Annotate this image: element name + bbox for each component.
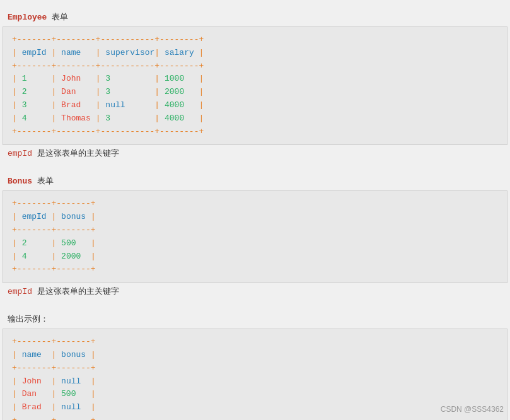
employee-note-keyword: empId bbox=[8, 149, 32, 158]
bonus-keyword: Bonus bbox=[8, 177, 32, 186]
employee-title: Employee 表单 bbox=[0, 6, 510, 26]
employee-section: Employee 表单 +-------+--------+----------… bbox=[0, 6, 510, 164]
bonus-table-pre: +-------+-------+ | empId | bonus | +---… bbox=[12, 197, 498, 276]
employee-table-pre: +-------+--------+-----------+--------+ … bbox=[12, 33, 498, 138]
bonus-table: +-------+-------+ | empId | bonus | +---… bbox=[3, 190, 507, 283]
output-table-pre: +-------+-------+ | name | bonus | +----… bbox=[12, 335, 498, 420]
output-section: 输出示例： +-------+-------+ | name | bonus |… bbox=[0, 308, 510, 420]
employee-keyword: Employee bbox=[8, 13, 47, 22]
watermark: CSDN @SSS4362 bbox=[441, 405, 504, 414]
bonus-section: Bonus 表单 +-------+-------+ | empId | bon… bbox=[0, 170, 510, 302]
bonus-note: empId 是这张表单的主关键字 bbox=[0, 283, 510, 302]
employee-table: +-------+--------+-----------+--------+ … bbox=[3, 26, 507, 145]
output-title: 输出示例： bbox=[0, 308, 510, 329]
employee-note: empId 是这张表单的主关键字 bbox=[0, 145, 510, 164]
bonus-note-keyword: empId bbox=[8, 287, 32, 296]
output-table: +-------+-------+ | name | bonus | +----… bbox=[3, 329, 507, 420]
bonus-title: Bonus 表单 bbox=[0, 170, 510, 190]
